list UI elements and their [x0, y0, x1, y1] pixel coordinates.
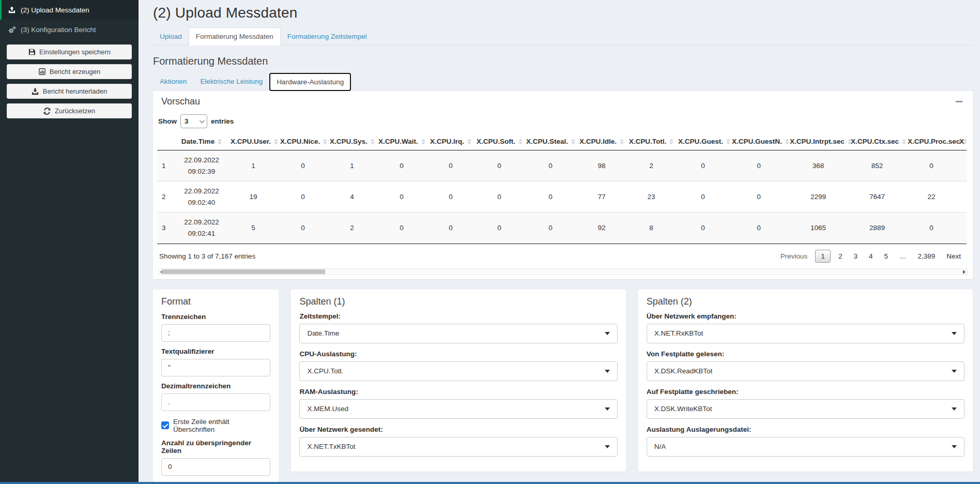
bottom-accent-bar [0, 482, 980, 484]
cell-value: 0 [278, 213, 328, 244]
subtab-aktionen[interactable]: Aktionen [153, 73, 194, 90]
select-ram-auslastung[interactable]: X.MEM.Used [299, 399, 617, 419]
caret-down-icon [952, 407, 957, 411]
label-dezimaltrennzeichen: Dezimaltrennzeichen [161, 382, 270, 390]
input-anzahl-zu-überspringender-zeilen[interactable] [161, 458, 270, 476]
cell-value: 2299 [788, 182, 849, 213]
cell-value: 0 [427, 213, 474, 244]
caret-down-icon [605, 370, 610, 373]
caret-down-icon [952, 370, 957, 373]
cell-value: 1065 [788, 213, 849, 244]
tab-formatierung-zeitstempel[interactable]: Formatierung Zeitstempel [281, 28, 374, 45]
cell-value: 0 [427, 150, 474, 182]
sidebar-item-2[interactable]: (2) Upload Messdaten [0, 0, 139, 20]
select-auf-festplatte-geschrieben[interactable]: X.DSK.WriteKBTot [647, 399, 964, 419]
tab-formatierung-messdaten[interactable]: Formatierung Messdaten [189, 27, 281, 46]
column-header-x-cpu-idle-[interactable]: X.CPU.Idle. [577, 133, 626, 150]
sidebar-actions: Einstellungen speichernBericht erzeugenB… [0, 44, 139, 118]
cell-datetime: 22.09.202209:02:41 [175, 213, 228, 244]
column-header-x-cpu-irq-[interactable]: X.CPU.Irq. [427, 133, 474, 150]
label-auslastung-auslagerungsdatei: Auslastung Auslagerungsdatei: [647, 426, 964, 433]
input-textqualifizierer[interactable] [161, 359, 270, 376]
column-header-x-cpu-ctx-sec[interactable]: X.CPU.Ctx.sec [849, 133, 906, 150]
input-dezimaltrennzeichen[interactable] [161, 394, 270, 411]
column-header-x-cpu-sys-[interactable]: X.CPU.Sys. [328, 133, 376, 150]
page-length-value: 3 [185, 117, 189, 125]
select-über-netzwerk-gesendet[interactable]: X.NET.TxKBTot [299, 437, 617, 457]
columns1-card-title: Spalten (1) [299, 296, 617, 307]
zur-cksetzen-button[interactable]: Zurücksetzen [7, 103, 132, 118]
pagination-previous[interactable]: Previous [775, 250, 814, 263]
sidebar-button-label: Zurücksetzen [55, 107, 95, 115]
sort-icon [467, 139, 471, 144]
cell-value: 5 [228, 213, 278, 244]
cell-value: 0 [676, 182, 730, 213]
column-header-index [157, 133, 175, 150]
sort-icon [902, 139, 906, 144]
column-header-x-cpu-guest-[interactable]: X.CPU.Guest. [676, 133, 730, 150]
row-index: 3 [157, 213, 175, 244]
page-length-select[interactable]: 3 [180, 114, 207, 128]
sidebar-item-label: (2) Upload Messdaten [21, 6, 89, 14]
scrollbar-thumb[interactable] [162, 269, 325, 274]
cell-value: 7647 [849, 182, 906, 213]
bericht-erzeugen-button[interactable]: Bericht erzeugen [7, 64, 132, 79]
cell-value: 2889 [849, 213, 906, 244]
pagination-page-2389[interactable]: 2,389 [912, 250, 941, 263]
tab-upload[interactable]: Upload [153, 28, 189, 45]
select-zeitstempel[interactable]: Date.Time [299, 324, 617, 343]
checkbox-checked-icon[interactable] [161, 421, 169, 429]
select-value: X.NET.RxKBTot [654, 329, 703, 337]
row-index: 2 [157, 182, 175, 213]
column-header-x-cpu-guestn-[interactable]: X.CPU.GuestN. [730, 133, 788, 150]
select-auslastung-auslagerungsdatei[interactable]: N/A [647, 437, 964, 457]
subtab-hardware-auslastung[interactable]: Hardware-Auslastung [269, 73, 351, 91]
sidebar-item-3[interactable]: (3) Konfiguration Bericht [0, 20, 139, 39]
subtab-elektrische-leistung[interactable]: Elektrische Leistung [194, 73, 270, 90]
column-header-date-time[interactable]: Date.Time [175, 133, 228, 150]
column-header-x-cpu-intrpt-sec[interactable]: X.CPU.Intrpt.sec [788, 133, 849, 150]
pagination-page-4[interactable]: 4 [863, 250, 879, 263]
sort-icon [726, 139, 730, 144]
column-header-x-cpu-proc-sec[interactable]: X.CPU.Proc.sec [906, 133, 957, 150]
save-icon [28, 49, 36, 55]
horizontal-scrollbar[interactable] [158, 268, 968, 275]
select-cpu-auslastung[interactable]: X.CPU.Totl. [299, 361, 617, 381]
cell-value: 19 [228, 182, 278, 213]
sort-icon [274, 139, 278, 144]
sort-icon [785, 139, 789, 144]
checkbox-erste-zeile-enthält-überschriften[interactable]: Erste Zeile enthält Überschriften [161, 418, 270, 433]
collapse-icon[interactable] [956, 101, 962, 102]
pagination-page-1[interactable]: 1 [815, 250, 831, 263]
refresh-icon [43, 108, 51, 115]
cell-value: 0 [376, 182, 427, 213]
cell-value: 368 [788, 150, 849, 182]
columns2-fields: Über Netzwerk empfangen:X.NET.RxKBTotVon… [647, 312, 964, 457]
sub-tab-bar: AktionenElektrische LeistungHardware-Aus… [153, 73, 973, 90]
cell-value: 0 [474, 213, 524, 244]
column-header-x-cpu-user-[interactable]: X.CPU.User. [228, 133, 278, 150]
pagination-page-3[interactable]: 3 [848, 250, 863, 263]
label-trennzeichen: Trennzeichen [161, 313, 270, 321]
column-header-x-cpu-steal-[interactable]: X.CPU.Steal. [524, 133, 577, 150]
select-von-festplatte-gelesen[interactable]: X.DSK.ReadKBTot [647, 361, 964, 381]
cell-value: 0 [676, 213, 730, 244]
pagination-next[interactable]: Next [941, 250, 967, 263]
bericht-herunterladen-button[interactable]: Bericht herunterladen [7, 84, 132, 99]
column-header-x-cpu-wait-[interactable]: X.CPU.Wait. [376, 133, 427, 150]
column-header-x-cpu-totl-[interactable]: X.CPU.Totl. [626, 133, 676, 150]
cell-value: 0 [524, 213, 577, 244]
pagination-page-5[interactable]: 5 [878, 250, 894, 263]
pagination-ellipsis: … [894, 250, 912, 263]
column-header-x-cpu-soft-[interactable]: X.CPU.Soft. [474, 133, 524, 150]
columns1-card: Spalten (1) Zeitstempel:Date.TimeCPU-Aus… [291, 290, 625, 472]
section-heading: Formatierung Messdaten [153, 55, 973, 67]
pagination-page-2[interactable]: 2 [833, 250, 848, 263]
einstellungen-speichern-button[interactable]: Einstellungen speichern [7, 44, 132, 59]
input-trennzeichen[interactable] [161, 324, 270, 342]
select-über-netzwerk-empfangen[interactable]: X.NET.RxKBTot [647, 324, 964, 343]
column-header-x-cpu-nice-[interactable]: X.CPU.Nice. [278, 133, 328, 150]
label-cpu-auslastung: CPU-Auslastung: [299, 350, 617, 358]
scroll-right-icon[interactable] [963, 270, 966, 274]
sort-icon [571, 139, 575, 144]
